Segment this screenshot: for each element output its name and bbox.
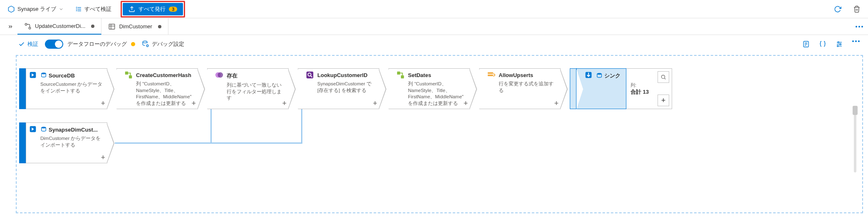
add-step-button[interactable]: + <box>101 153 105 162</box>
dataflow-icon <box>24 22 32 30</box>
svg-rect-31 <box>129 75 132 78</box>
tabs-row: UpdateCustomerDi... DimCustomer <box>0 18 868 35</box>
validate-button[interactable]: 検証 <box>18 40 38 48</box>
tab-update-customer[interactable]: UpdateCustomerDi... <box>17 18 101 35</box>
debug-settings-label: デバッグ設定 <box>152 40 184 48</box>
add-step-button[interactable]: + <box>554 99 559 108</box>
refresh-button[interactable] <box>831 3 844 15</box>
add-step-button[interactable]: + <box>282 99 287 108</box>
publish-count-badge: 3 <box>169 7 177 12</box>
db-mini-icon <box>40 72 47 79</box>
node-handle[interactable] <box>19 122 26 163</box>
svg-rect-7 <box>109 24 115 29</box>
lookup-icon <box>305 70 314 80</box>
node-sink[interactable]: シンク 列: 合計 13 + <box>570 68 672 109</box>
zoom-slider[interactable] <box>854 106 856 172</box>
svg-point-11 <box>858 26 860 27</box>
source-icon <box>28 70 37 80</box>
node-title-text: 存在 <box>227 72 285 80</box>
node-set-dates[interactable]: SetDates 列 "CustomerID、NameStyle、Title、F… <box>388 68 470 109</box>
svg-line-44 <box>664 78 665 79</box>
dirty-indicator <box>158 25 161 28</box>
node-exists[interactable]: 存在 列に基づいて一致しない行をフィルター処理します + <box>207 68 289 109</box>
add-sink-button[interactable]: + <box>658 95 669 106</box>
workspace-selector[interactable]: Synapse ライブ <box>5 4 66 15</box>
node-title-text: SetDates <box>408 72 466 78</box>
svg-point-22 <box>840 44 841 45</box>
node-handle[interactable] <box>19 68 26 109</box>
dataflow-canvas[interactable]: SourceDB SourceCustomer からデータをインポートする + … <box>16 55 863 213</box>
db-mini-icon <box>596 72 603 79</box>
node-desc: 列 "CustomerID、NameStyle、Title、FirstName、… <box>408 81 466 106</box>
node-allow-upserts[interactable]: AllowUpserts 行を変更する式を追加する + <box>479 68 561 109</box>
node-desc: SynapseDimCustomer で [存在する] を検索する <box>317 81 376 106</box>
validate-all-label: すべて検証 <box>84 5 111 13</box>
node-desc: SourceCustomer からデータをインポートする <box>40 81 104 106</box>
node-create-hash[interactable]: CreateCustomerHash 列 "CustomerID、NameSty… <box>116 68 198 109</box>
svg-rect-37 <box>397 72 400 75</box>
expand-panel-button[interactable] <box>3 21 17 32</box>
node-title-text: LookupCustomerID <box>317 72 376 78</box>
chevron-down-icon <box>59 7 64 12</box>
source-icon <box>28 125 37 134</box>
validate-all-button[interactable]: すべて検証 <box>73 4 114 15</box>
derived-column-icon <box>396 70 405 80</box>
svg-point-43 <box>661 75 665 78</box>
code-braces-icon[interactable] <box>817 39 828 50</box>
upload-icon <box>129 6 135 12</box>
svg-point-25 <box>852 40 854 42</box>
node-lookup[interactable]: LookupCustomerID SynapseDimCustomer で [存… <box>298 68 379 109</box>
svg-rect-34 <box>307 72 314 79</box>
svg-point-29 <box>42 72 46 74</box>
add-step-button[interactable]: + <box>191 99 196 108</box>
node-handle[interactable] <box>570 68 576 109</box>
svg-point-27 <box>858 40 860 42</box>
node-desc: 列に基づいて一致しない行をフィルター処理します <box>227 82 285 106</box>
svg-point-10 <box>856 26 857 27</box>
sink-summary-panel: 列: 合計 13 + <box>626 68 672 109</box>
svg-rect-39 <box>488 72 493 74</box>
add-step-button[interactable]: + <box>463 99 468 108</box>
connector <box>301 109 302 144</box>
checklist-icon <box>75 6 82 12</box>
svg-marker-0 <box>8 6 14 12</box>
search-button[interactable] <box>658 71 669 83</box>
delete-button[interactable] <box>851 3 863 15</box>
canvas-toolbar <box>801 39 861 50</box>
actions-row: 検証 データフローのデバッグ デバッグ設定 <box>0 35 868 53</box>
node-source-db[interactable]: SourceDB SourceCustomer からデータをインポートする + <box>19 68 107 109</box>
tab-dim-customer[interactable]: DimCustomer <box>101 18 168 35</box>
tab-label: UpdateCustomerDi... <box>35 23 85 29</box>
svg-rect-40 <box>488 75 493 76</box>
publish-all-button[interactable]: すべて発行 3 <box>123 3 183 15</box>
script-icon[interactable] <box>801 39 811 50</box>
more-tabs-button[interactable] <box>851 23 868 30</box>
add-step-button[interactable]: + <box>101 99 105 108</box>
connector <box>210 109 212 144</box>
node-synapse-dim[interactable]: SynapseDimCust... DimCustomer からデータをインポー… <box>19 122 107 163</box>
node-title-text: シンク <box>604 72 621 80</box>
svg-point-24 <box>837 45 838 47</box>
debug-status-dot <box>131 42 135 46</box>
svg-point-46 <box>42 127 46 128</box>
exists-icon <box>215 70 224 80</box>
node-desc: 列 "CustomerID、NameStyle、Title、FirstName、… <box>136 81 194 106</box>
add-step-button[interactable]: + <box>373 99 377 108</box>
alter-row-icon <box>487 70 496 80</box>
sink-icon <box>584 70 593 80</box>
settings-sliders-icon[interactable] <box>834 39 845 50</box>
db-mini-icon <box>40 126 47 133</box>
node-desc: 行を変更する式を追加する <box>499 81 557 106</box>
svg-point-6 <box>29 27 31 29</box>
debug-settings-button[interactable]: デバッグ設定 <box>142 40 184 48</box>
svg-point-33 <box>218 72 223 78</box>
svg-point-12 <box>861 26 863 27</box>
debug-toggle-label: データフローのデバッグ <box>67 40 127 48</box>
debug-toggle[interactable] <box>45 40 63 49</box>
more-actions-icon[interactable] <box>851 39 861 50</box>
svg-point-13 <box>143 41 147 43</box>
top-toolbar: Synapse ライブ すべて検証 すべて発行 3 <box>0 0 868 18</box>
node-desc: DimCustomer からデータをインポートする <box>40 135 104 160</box>
derived-column-icon <box>124 70 133 80</box>
svg-point-26 <box>855 40 857 42</box>
